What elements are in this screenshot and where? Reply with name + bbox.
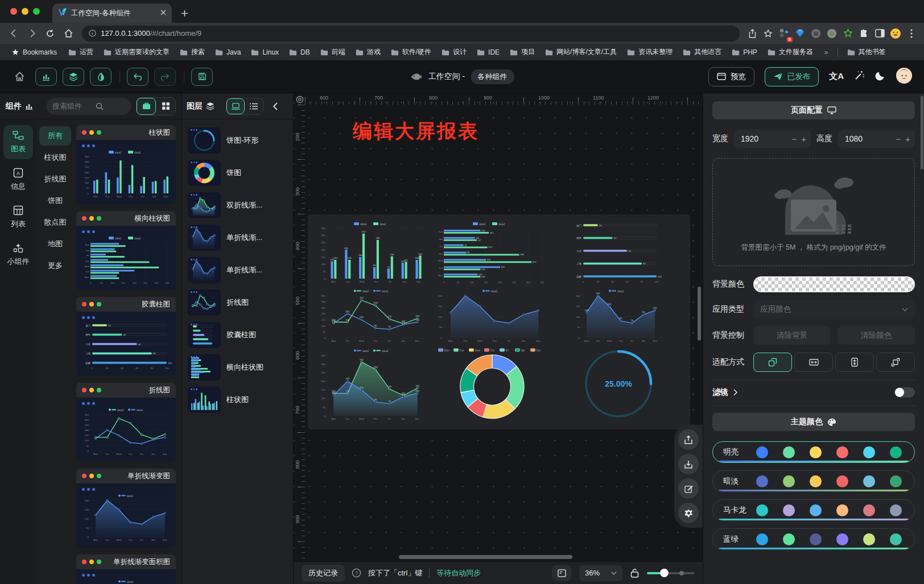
bg-color-swatch[interactable]	[753, 276, 915, 292]
theme-row-明亮[interactable]: 明亮	[712, 441, 915, 463]
theme-color-dot[interactable]	[836, 533, 848, 545]
help-icon[interactable]: ?	[352, 568, 361, 578]
rail-tab-信息[interactable]: A信息	[3, 163, 33, 197]
bookmark-folder[interactable]: 搜索	[175, 45, 209, 59]
dashboard-chart-area2[interactable]: 350300250200150100500MonTueWedThuFriSatS…	[319, 347, 428, 423]
history-button[interactable]: 历史记录	[302, 565, 345, 582]
layer-item-横向柱状图[interactable]: 横向柱状图	[188, 354, 287, 380]
fit-height-button[interactable]	[835, 353, 874, 372]
maximize-window-button[interactable]	[33, 8, 40, 15]
back-button[interactable]	[6, 26, 22, 42]
zoom-select[interactable]: 36%	[579, 565, 622, 581]
theme-color-dot[interactable]	[890, 504, 902, 516]
search-input[interactable]	[47, 98, 131, 115]
bookmarks-overflow-chevron[interactable]: »	[820, 47, 833, 58]
magic-wand-icon[interactable]	[854, 70, 865, 83]
theme-row-马卡龙[interactable]: 马卡龙	[712, 499, 915, 521]
project-name-badge[interactable]: 各种组件	[471, 69, 514, 84]
search-field[interactable]	[52, 102, 92, 110]
layer-item-饼图[interactable]: 饼图	[188, 160, 287, 186]
theme-color-dot[interactable]	[890, 446, 902, 458]
panel-scrollbar[interactable]	[921, 96, 923, 169]
category-散点图[interactable]: 散点图	[39, 213, 71, 232]
extension-star-icon[interactable]	[841, 27, 855, 40]
toggle-components-panel-button[interactable]	[35, 68, 57, 86]
edit-icon[interactable]	[678, 478, 699, 499]
tab-close-icon[interactable]	[160, 9, 166, 17]
component-card-单折线渐变图[interactable]: 单折线渐变图200150100500MonTueWedThuFriSatSund…	[76, 469, 176, 548]
rail-tab-图表[interactable]: 图表	[3, 125, 33, 159]
clear-background-button[interactable]: 清除背景	[753, 326, 831, 345]
bookmark-folder[interactable]: 文件服务器	[763, 45, 818, 59]
category-所有[interactable]: 所有	[39, 126, 71, 146]
undo-button[interactable]	[127, 68, 148, 86]
layer-item-双折线渐...[interactable]: 双折线渐...	[188, 192, 287, 218]
theme-color-dot[interactable]	[836, 446, 848, 458]
theme-color-dot[interactable]	[810, 504, 822, 516]
app-home-icon[interactable]	[11, 69, 27, 85]
collapse-panel-chevron-icon[interactable]	[273, 102, 278, 110]
decrement-icon[interactable]: −	[896, 134, 901, 144]
layer-item-柱状图[interactable]: 柱状图	[188, 387, 287, 413]
eye-icon[interactable]	[295, 94, 304, 104]
bookmark-folder[interactable]: 设计	[437, 45, 471, 59]
component-card-横向柱状图[interactable]: 横向柱状图050100150200250300350SunSatFriThuWe…	[76, 211, 176, 290]
bookmark-folder[interactable]: 其他语言	[678, 45, 726, 59]
extensions-puzzle-icon[interactable]	[857, 27, 871, 40]
sidebar-toggle-icon[interactable]	[873, 27, 886, 40]
bookmark-folder[interactable]: 前端	[316, 45, 350, 59]
export-icon[interactable]	[678, 429, 699, 450]
theme-color-dot[interactable]	[783, 533, 795, 545]
theme-color-header[interactable]: 主题颜色	[712, 413, 915, 431]
component-card-折线图[interactable]: 折线图350300250200150100500MonTueWedThuFriS…	[76, 383, 176, 462]
background-upload-dropzone[interactable]: 背景图需小于 5M ， 格式为 png/jpg/gif 的文件	[712, 158, 915, 266]
bookmark-folder[interactable]: 游戏	[351, 45, 385, 59]
theme-color-dot[interactable]	[863, 533, 875, 545]
app-type-select[interactable]: 应用颜色	[753, 300, 915, 318]
layer-view-thumbnail-button[interactable]	[226, 98, 245, 114]
height-field[interactable]	[845, 134, 870, 143]
dark-mode-moon-icon[interactable]	[875, 71, 885, 83]
dashboard-chart-donut[interactable]: MonTueWedThuFriSatSun	[435, 347, 549, 423]
bookmark-folder[interactable]: PHP	[727, 47, 762, 58]
bookmark-folder[interactable]: DB	[284, 47, 315, 58]
theme-color-dot[interactable]	[810, 475, 822, 487]
dashboard-chart-bar2[interactable]: 350300250200150100500120130Mon200130Tue1…	[319, 220, 428, 286]
unlock-icon[interactable]	[630, 568, 639, 578]
forward-button[interactable]	[24, 26, 40, 42]
home-button[interactable]	[60, 26, 76, 42]
minimize-window-button[interactable]	[22, 8, 28, 15]
theme-color-dot[interactable]	[863, 475, 875, 487]
extension-tabs-icon[interactable]: 9	[777, 27, 791, 40]
clear-color-button[interactable]: 清除颜色	[838, 326, 915, 345]
theme-row-蓝绿[interactable]: 蓝绿	[712, 528, 915, 550]
publish-status-button[interactable]: 已发布	[765, 67, 819, 86]
canvas-title-text[interactable]: 编辑大屏报表	[353, 118, 479, 144]
fit-scale-button[interactable]	[753, 353, 792, 372]
rail-tab-小组件[interactable]: 小组件	[3, 238, 33, 272]
layer-item-胶囊柱图[interactable]: 胶囊柱图	[188, 322, 287, 348]
component-card-胶囊柱图[interactable]: 胶囊柱图厦门20南阳40北京60上海80新疆100020406080100	[76, 297, 176, 376]
share-icon[interactable]	[745, 27, 759, 40]
dashboard-preview[interactable]: 350300250200150100500120130Mon200130Tue1…	[308, 214, 690, 429]
bookmark-folder[interactable]: 网站/博客/文章/工具	[541, 45, 621, 59]
width-field[interactable]	[741, 134, 766, 143]
download-icon[interactable]	[678, 454, 699, 474]
theme-color-dot[interactable]	[890, 475, 902, 487]
extension-command-icon[interactable]: ⌘	[809, 27, 823, 40]
theme-color-dot[interactable]	[756, 446, 768, 458]
theme-color-dot[interactable]	[783, 504, 795, 516]
height-input[interactable]: −+	[838, 130, 915, 148]
new-tab-button[interactable]	[176, 5, 192, 21]
theme-color-dot[interactable]	[863, 504, 875, 516]
theme-color-dot[interactable]	[783, 446, 795, 458]
bookmark-folder[interactable]: 软件/硬件	[386, 45, 436, 59]
bookmark-folder[interactable]: 运营	[64, 45, 98, 59]
category-折线图[interactable]: 折线图	[39, 169, 71, 189]
category-柱状图[interactable]: 柱状图	[39, 148, 71, 167]
save-button[interactable]	[191, 68, 213, 86]
decrement-icon[interactable]: −	[791, 134, 797, 144]
extension-gem-icon[interactable]	[793, 27, 807, 40]
canvas-horizontal-scrollbar[interactable]	[399, 555, 572, 559]
theme-color-dot[interactable]	[863, 446, 875, 458]
